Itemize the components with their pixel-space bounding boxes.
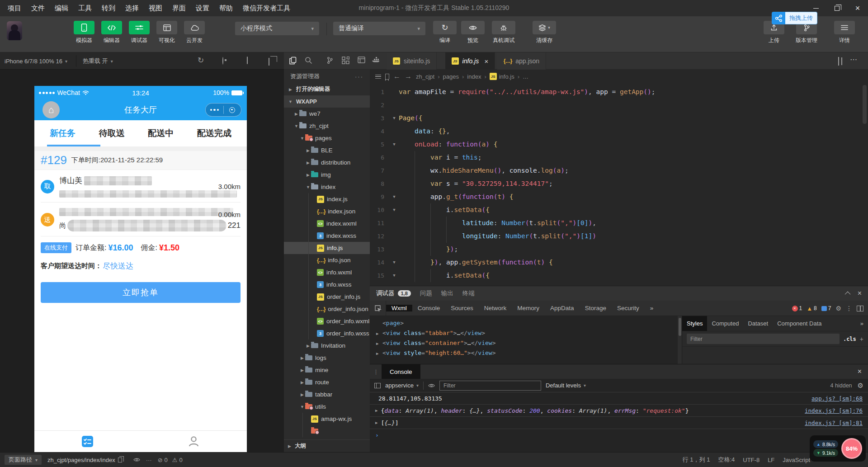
- order-tab-配送中[interactable]: 配送中: [148, 127, 174, 139]
- console-prompt[interactable]: ›: [370, 429, 868, 441]
- eye-icon[interactable]: [133, 457, 140, 462]
- log-source-link[interactable]: index.js? [sm]:76: [805, 407, 863, 414]
- menu-帮助[interactable]: 帮助: [214, 0, 238, 16]
- wxml-tree-pane[interactable]: <page>▶<view class="tabbar">…</view>▶<vi…: [370, 316, 682, 364]
- gear-icon[interactable]: ⚙: [835, 305, 841, 312]
- devtools-tab-Console[interactable]: Console: [412, 305, 446, 311]
- docker-icon[interactable]: [372, 57, 381, 65]
- order-card[interactable]: #129 下单时间:2021-11-25 22:22:59 取 博山美 3.00…: [34, 151, 247, 310]
- stop-icon[interactable]: [222, 57, 223, 64]
- tree-item-partial-file[interactable]: [284, 425, 370, 437]
- devtools-tab-Memory[interactable]: Memory: [512, 305, 545, 311]
- tree-item-info.wxml[interactable]: <>info.wxml: [284, 266, 370, 278]
- close-icon[interactable]: ×: [851, 364, 868, 379]
- menu-工具[interactable]: 工具: [73, 0, 97, 16]
- preview-window-icon[interactable]: [358, 57, 365, 65]
- console-log-row[interactable]: 28.81147,105.83135app.js? [sm]:68: [370, 392, 868, 405]
- menu-编辑[interactable]: 编辑: [50, 0, 73, 16]
- maximize-button[interactable]: [826, 0, 847, 16]
- styles-filter-input[interactable]: Filter: [687, 334, 840, 344]
- phone-view-icon[interactable]: [247, 57, 248, 64]
- devtools-tab-more[interactable]: »: [645, 305, 659, 311]
- devtools-tab-AppData[interactable]: AppData: [545, 305, 580, 311]
- gear-icon[interactable]: ⚙: [858, 382, 863, 390]
- tree-item-we7[interactable]: ▶we7: [284, 108, 370, 120]
- styles-tab-Dataset[interactable]: Dataset: [743, 316, 773, 331]
- close-button[interactable]: ×: [847, 0, 868, 16]
- compile-mode-select[interactable]: 普通编译 ▾: [333, 22, 425, 35]
- exit-button[interactable]: [224, 104, 241, 116]
- breadcrumb-item-pages[interactable]: pages: [443, 73, 459, 80]
- menu-项目[interactable]: 项目: [3, 0, 26, 16]
- menu-选择[interactable]: 选择: [120, 0, 144, 16]
- fold-arrow-icon[interactable]: ▼: [390, 256, 399, 269]
- editor-tab-info.js[interactable]: JSinfo.js×: [445, 52, 495, 70]
- debugger-tab-调试器[interactable]: 调试器1,8: [376, 289, 411, 297]
- tree-item-info.js[interactable]: JSinfo.js: [284, 242, 370, 254]
- tree-item-mine[interactable]: ▶mine: [284, 364, 370, 376]
- chevron-right-icon[interactable]: ▶: [375, 420, 377, 425]
- toolbar-真机调试-button[interactable]: 真机调试: [489, 21, 518, 44]
- toolbar-模拟器-button[interactable]: 模拟器: [71, 21, 97, 44]
- tree-item-info.json[interactable]: {…}info.json: [284, 254, 370, 266]
- multi-window-icon[interactable]: [269, 58, 269, 65]
- debugger-tab-终端[interactable]: 终端: [462, 289, 475, 297]
- outline-icon[interactable]: [375, 75, 381, 79]
- eye-icon[interactable]: [428, 383, 435, 388]
- tree-item-index.js[interactable]: JSindex.js: [284, 193, 370, 205]
- profile-tab[interactable]: [141, 431, 247, 452]
- cursor-position[interactable]: 行 1，列 1: [683, 456, 710, 464]
- tree-item-打开的编辑器[interactable]: ▶打开的编辑器: [284, 83, 370, 95]
- breadcrumb-item-zh_cjpt[interactable]: zh_cjpt: [416, 73, 434, 80]
- kebab-menu-icon[interactable]: ⋮: [846, 305, 852, 312]
- tree-item-index.json[interactable]: {…}index.json: [284, 205, 370, 217]
- console-filter-input[interactable]: Filter: [439, 381, 541, 391]
- page-path-select[interactable]: 页面路径 ▾: [5, 455, 42, 465]
- toolbar-编译-button[interactable]: ↻编译: [430, 21, 459, 44]
- error-count[interactable]: ×1: [792, 305, 802, 311]
- encoding[interactable]: UTF-8: [743, 457, 760, 463]
- tree-item-tabbar[interactable]: ▶tabbar: [284, 388, 370, 401]
- debugger-tab-问题[interactable]: 问题: [420, 289, 432, 297]
- toolbar-编辑器-button[interactable]: 编辑器: [99, 21, 124, 44]
- console-tab[interactable]: Console: [382, 364, 420, 379]
- menu-界面[interactable]: 界面: [167, 0, 191, 16]
- tree-item-distribution[interactable]: ▶distribution: [284, 156, 370, 169]
- search-icon[interactable]: [305, 57, 312, 66]
- more-actions-icon[interactable]: ⋯: [850, 55, 857, 64]
- toolbar-可视化-button[interactable]: 可视化: [154, 21, 179, 44]
- indentation[interactable]: 空格:4: [718, 456, 735, 464]
- toolbar-清缓存-button[interactable]: ▾清缓存: [530, 21, 559, 44]
- info-count[interactable]: 7: [821, 305, 831, 311]
- order-tab-新任务[interactable]: 新任务: [50, 127, 75, 139]
- grab-order-button[interactable]: 立即抢单: [41, 282, 241, 303]
- more-actions-icon[interactable]: ···: [355, 73, 363, 80]
- breadcrumb-item-index[interactable]: index: [467, 73, 481, 80]
- fold-arrow-icon[interactable]: ▼: [390, 190, 399, 203]
- language-mode[interactable]: JavaScript: [783, 457, 810, 463]
- tree-item-index.wxss[interactable]: 3index.wxss: [284, 230, 370, 242]
- inspect-element-icon[interactable]: [370, 301, 386, 316]
- editor-scrollbar[interactable]: [863, 85, 867, 124]
- tree-item-order_info.js[interactable]: JSorder_info.js: [284, 291, 370, 303]
- close-tab-icon[interactable]: ×: [484, 57, 488, 65]
- toolbar-详情-button[interactable]: 详情: [830, 21, 859, 44]
- console-log-row[interactable]: ▶{data: Array(1), header: {…}, statusCod…: [370, 405, 868, 417]
- editor-tab-siteinfo.js[interactable]: JSsiteinfo.js: [387, 52, 437, 70]
- tree-item-order_info.wxss[interactable]: 3order_info.wxss: [284, 327, 370, 340]
- console-log-row[interactable]: ▶[{…}]index.js? [sm]:81: [370, 417, 868, 429]
- tree-item-zh_cjpt[interactable]: ▼zh_cjpt: [284, 120, 370, 132]
- menu-转到[interactable]: 转到: [97, 0, 120, 16]
- devtools-tab-Sources[interactable]: Sources: [445, 305, 479, 311]
- git-branch-icon[interactable]: [326, 57, 333, 66]
- order-tab-待取送[interactable]: 待取送: [99, 127, 125, 139]
- tree-item-index[interactable]: ▼index: [284, 181, 370, 193]
- styles-tab-Computed[interactable]: Computed: [707, 316, 743, 331]
- devtools-tab-Network[interactable]: Network: [479, 305, 512, 311]
- tree-item-BLE[interactable]: ▶BLE: [284, 144, 370, 156]
- tree-item-amap-wx.js[interactable]: JSamap-wx.js: [284, 413, 370, 425]
- fold-arrow-icon[interactable]: ▼: [390, 112, 399, 125]
- menu-设置[interactable]: 设置: [191, 0, 214, 16]
- user-avatar[interactable]: [7, 21, 22, 40]
- styles-tab-Styles[interactable]: Styles: [682, 316, 707, 331]
